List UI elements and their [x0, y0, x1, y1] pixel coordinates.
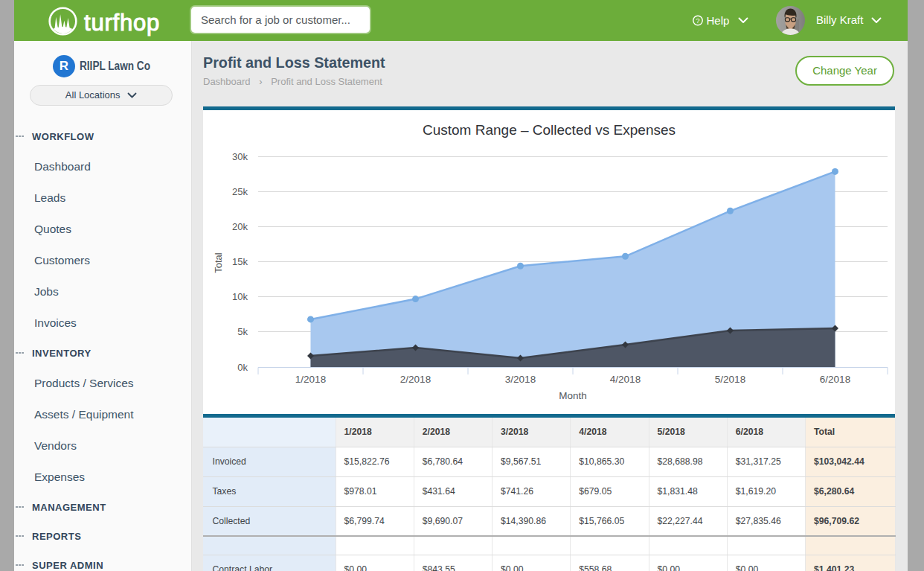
svg-text:5/2018: 5/2018 — [715, 374, 745, 385]
svg-text:15k: 15k — [232, 256, 248, 267]
svg-text:Total: Total — [213, 252, 224, 273]
svg-text:0k: 0k — [237, 362, 248, 373]
svg-text:1/2018: 1/2018 — [295, 374, 326, 385]
svg-text:Custom Range – Collected vs Ex: Custom Range – Collected vs Expenses — [423, 122, 676, 138]
svg-text:3/2018: 3/2018 — [505, 374, 536, 385]
svg-text:20k: 20k — [232, 221, 248, 232]
svg-text:10k: 10k — [232, 291, 248, 302]
svg-text:5k: 5k — [237, 326, 248, 337]
svg-text:30k: 30k — [232, 151, 248, 162]
svg-text:25k: 25k — [232, 186, 248, 197]
svg-text:Month: Month — [559, 390, 587, 401]
svg-text:4/2018: 4/2018 — [610, 374, 641, 385]
svg-text:?: ? — [696, 16, 699, 25]
svg-text:6/2018: 6/2018 — [820, 374, 850, 385]
svg-text:2/2018: 2/2018 — [400, 374, 431, 385]
svg-text:Help: Help — [707, 14, 730, 27]
